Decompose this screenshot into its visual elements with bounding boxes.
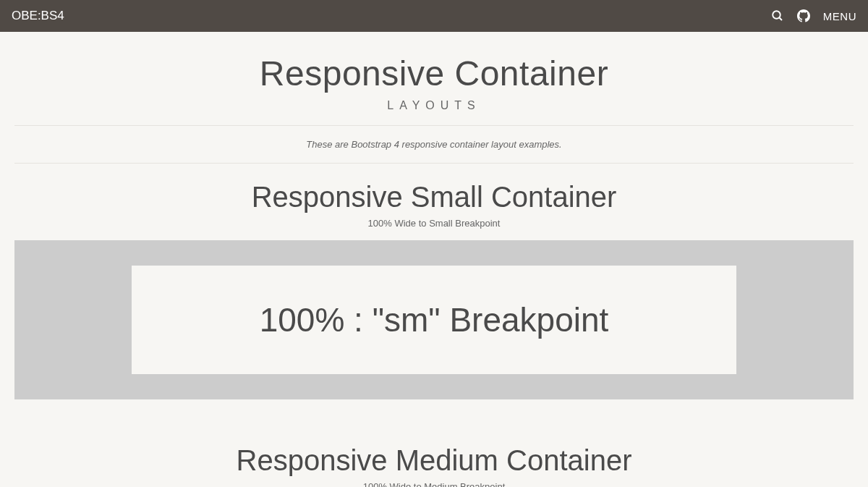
example-text: 100% : "sm" Breakpoint (146, 300, 721, 339)
example-container-outer: 100% : "sm" Breakpoint (14, 240, 854, 399)
svg-point-0 (773, 11, 780, 19)
page-description: These are Bootstrap 4 responsive contain… (7, 139, 861, 150)
navbar-brand[interactable]: OBE:BS4 (12, 9, 64, 23)
navbar: OBE:BS4 MENU (0, 0, 868, 32)
section-subtitle: 100% Wide to Medium Breakpoint (7, 481, 861, 487)
page-content: Responsive Container LAYOUTS These are B… (0, 32, 868, 487)
section-title: Responsive Small Container (7, 181, 861, 213)
divider (14, 125, 854, 126)
page-title: Responsive Container (7, 54, 861, 93)
svg-line-1 (779, 17, 782, 20)
navbar-right: MENU (771, 9, 856, 22)
menu-button[interactable]: MENU (823, 10, 856, 22)
github-icon[interactable] (797, 9, 810, 22)
section-subtitle: 100% Wide to Small Breakpoint (7, 218, 861, 229)
spacer (7, 399, 861, 427)
section-title: Responsive Medium Container (7, 444, 861, 477)
example-container-inner: 100% : "sm" Breakpoint (132, 266, 736, 374)
page-subtitle: LAYOUTS (7, 99, 861, 112)
search-icon[interactable] (771, 9, 784, 22)
divider (14, 163, 854, 164)
